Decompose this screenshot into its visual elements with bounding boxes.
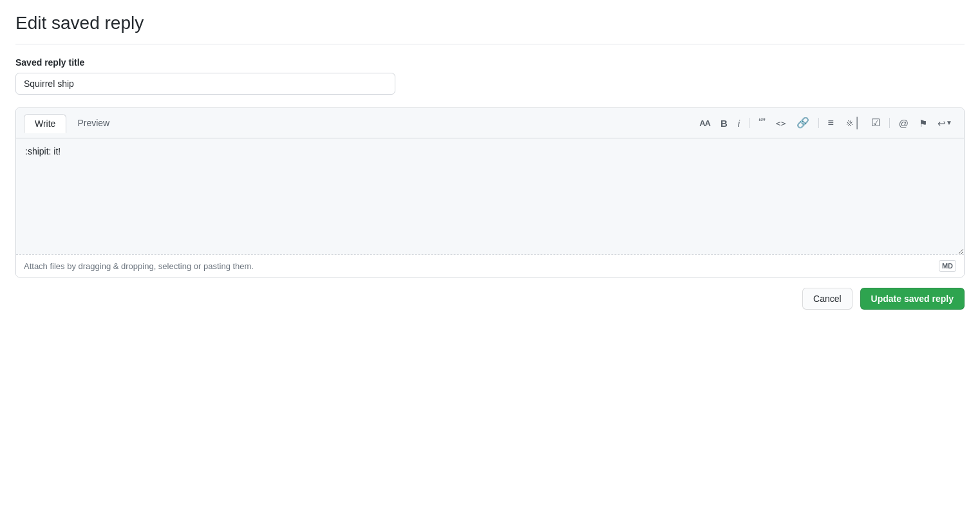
reply-dropdown-arrow: ▼	[946, 120, 952, 126]
heading-button[interactable]: AA	[695, 117, 714, 130]
bold-icon: B	[721, 118, 728, 128]
link-button[interactable]: 🔗	[793, 115, 813, 131]
action-buttons: Cancel Update saved reply	[15, 288, 965, 310]
editor-footer: Attach files by dragging & dropping, sel…	[16, 254, 964, 277]
editor-container: Write Preview AA B i “” <>	[15, 108, 965, 277]
quote-icon: “”	[759, 118, 766, 128]
task-list-icon: ☑	[871, 118, 880, 128]
toolbar-icons: AA B i “” <> 🔗	[695, 115, 956, 131]
update-button[interactable]: Update saved reply	[860, 288, 965, 310]
saved-reply-button[interactable]: ↩ ▼	[934, 116, 956, 131]
reply-arrow-icon: ↩	[938, 118, 946, 128]
code-icon: <>	[776, 119, 786, 127]
quote-button[interactable]: “”	[755, 115, 769, 131]
markdown-icon: MD	[939, 260, 956, 272]
italic-icon: i	[738, 118, 740, 128]
editor-textarea[interactable]: :shipit: it!	[16, 138, 964, 254]
numbered-list-button[interactable]: ⨳│	[840, 115, 865, 131]
bullet-list-button[interactable]: ≡	[824, 115, 838, 131]
title-input[interactable]	[15, 73, 395, 95]
attach-hint: Attach files by dragging & dropping, sel…	[24, 261, 254, 271]
title-label: Saved reply title	[15, 57, 965, 68]
toolbar-separator-3	[889, 118, 890, 128]
bold-button[interactable]: B	[717, 116, 731, 131]
editor-body: :shipit: it!	[16, 138, 964, 254]
cancel-button[interactable]: Cancel	[802, 288, 853, 310]
aa-icon: AA	[699, 119, 710, 127]
tab-preview[interactable]: Preview	[66, 113, 120, 133]
task-list-button[interactable]: ☑	[867, 115, 884, 131]
editor-toolbar: Write Preview AA B i “” <>	[16, 108, 964, 138]
editor-tabs: Write Preview	[24, 113, 120, 133]
mention-button[interactable]: @	[895, 116, 912, 131]
bookmark-icon: ⚑	[919, 118, 927, 128]
page-title: Edit saved reply	[15, 13, 965, 44]
italic-button[interactable]: i	[734, 116, 744, 131]
numbered-list-icon: ⨳│	[844, 118, 861, 128]
link-icon: 🔗	[796, 118, 809, 128]
toolbar-separator-2	[818, 118, 819, 128]
bullet-list-icon: ≡	[828, 118, 834, 128]
at-icon: @	[899, 118, 909, 128]
tab-write[interactable]: Write	[24, 114, 66, 133]
edit-form: Saved reply title Write Preview AA B i	[15, 57, 965, 310]
reference-button[interactable]: ⚑	[915, 116, 931, 131]
code-button[interactable]: <>	[772, 117, 790, 130]
toolbar-separator-1	[749, 118, 749, 128]
